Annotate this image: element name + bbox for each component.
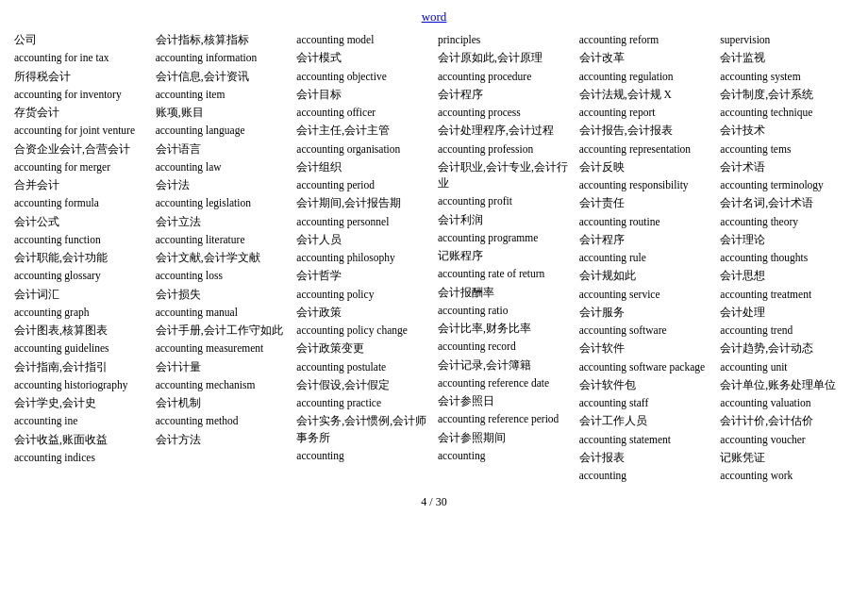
list-item: accounting function (14, 232, 148, 248)
list-item: 会计服务 (579, 305, 713, 321)
entry-text: 会计语言 (156, 143, 201, 155)
entry-text: accounting technique (720, 107, 812, 118)
entry-text: 会计组织 (296, 161, 342, 173)
list-item: accounting officer (296, 105, 430, 121)
list-item: 会计处理 (720, 305, 854, 321)
entry-text: 会计程序 (579, 234, 625, 245)
entry-text: accounting law (156, 161, 222, 173)
entry-text: 会计指标,核算指标 (156, 34, 249, 45)
entry-text: 所得税会计 (14, 71, 71, 82)
list-item: accounting objective (296, 69, 430, 85)
entry-text: 会计程序 (438, 89, 483, 100)
entry-text: 会计信息,会计资讯 (156, 71, 249, 82)
entry-text: accounting glossary (14, 270, 101, 281)
entry-text: accounting method (156, 415, 239, 426)
list-item: accounting formula (14, 195, 148, 211)
entry-text: accounting literature (156, 234, 245, 245)
entry-text: 会计报告,会计报表 (579, 124, 673, 136)
entry-text: 账项,账目 (156, 107, 204, 118)
page-number: 4 / 30 (421, 495, 446, 508)
entry-text: 会计手册,会计工作守如此 (156, 324, 283, 336)
list-item: 会计政策 (296, 305, 430, 321)
word-link[interactable]: word (422, 9, 447, 24)
entry-text: 会计模式 (296, 52, 342, 63)
entry-text: accounting loss (156, 270, 223, 281)
entry-text: accounting theory (720, 216, 798, 227)
entry-text: accounting item (156, 89, 225, 100)
list-item: 会计报告,会计报表 (579, 123, 713, 139)
list-item: 会计思想 (720, 268, 854, 284)
list-item: 会计利润 (438, 212, 572, 228)
list-item: accounting practice (296, 395, 430, 411)
page-footer: 4 / 30 (14, 495, 854, 509)
entry-text: accounting postulate (296, 361, 386, 373)
list-item: 会计计量 (156, 359, 290, 375)
column-4: principles会计原如此,会计原理accounting procedure… (438, 32, 572, 486)
list-item: 会计词汇 (14, 287, 148, 303)
list-item: accounting policy change (296, 323, 430, 339)
list-item: accounting statement (579, 432, 713, 448)
list-item: accounting (438, 448, 572, 464)
entry-text: 会计计价,会计估价 (720, 415, 813, 426)
entry-text: 会计文献,会计学文献 (156, 252, 260, 263)
entry-text: 会计哲学 (296, 270, 342, 281)
list-item: accounting work (720, 468, 854, 484)
entry-text: accounting language (156, 124, 245, 136)
entry-text: 存货会计 (14, 107, 59, 118)
entry-text: 会计责任 (579, 197, 625, 208)
list-item: 会计手册,会计工作守如此 (156, 323, 290, 339)
list-item: accounting manual (156, 305, 290, 321)
list-item: accounting service (579, 287, 713, 303)
list-item: 会计图表,核算图表 (14, 323, 148, 339)
list-item: 会计指标,核算指标 (156, 32, 290, 48)
entry-text: 会计法 (156, 179, 190, 191)
entry-text: 会计术语 (720, 161, 765, 173)
entry-text: accounting process (438, 107, 521, 118)
list-item: 会计主任,会计主管 (296, 123, 430, 139)
list-item: accounting programme (438, 230, 572, 246)
list-item: accounting regulation (579, 69, 713, 85)
list-item: 账项,账目 (156, 105, 290, 121)
entry-text: accounting voucher (720, 434, 805, 445)
entry-text: accounting reference date (438, 377, 549, 389)
list-item: 会计方法 (156, 432, 290, 448)
list-item: accounting organisation (296, 141, 430, 158)
list-item: accounting method (156, 413, 290, 429)
list-item: accounting (579, 468, 713, 484)
entry-text: accounting service (579, 289, 660, 300)
list-item: 会计反映 (579, 159, 713, 175)
entry-text: 记账凭证 (720, 452, 765, 463)
entry-text: 会计处理程序,会计过程 (438, 124, 554, 136)
entry-text: 会计服务 (579, 307, 625, 318)
list-item: 会计收益,账面收益 (14, 432, 148, 448)
entry-text: accounting measurement (156, 342, 264, 354)
list-item: 会计假设,会计假定 (296, 377, 430, 393)
list-item: 会计损失 (156, 287, 290, 303)
entry-text: accounting legislation (156, 197, 251, 208)
list-item: 会计目标 (296, 87, 430, 103)
entry-text: 会计处理 (720, 307, 765, 318)
list-item: accounting theory (720, 214, 854, 230)
entry-text: 会计公式 (14, 216, 59, 227)
list-item: 会计法规,会计规 X (579, 87, 713, 103)
list-item: accounting tems (720, 141, 854, 158)
entry-text: 会计损失 (156, 289, 201, 300)
entry-text: accounting procedure (438, 71, 531, 82)
list-item: 会计学史,会计史 (14, 395, 148, 411)
list-item: accounting responsibility (579, 177, 713, 193)
list-item: 会计政策变更 (296, 340, 430, 357)
entry-text: 会计主任,会计主管 (296, 124, 390, 136)
list-item: 会计计价,会计估价 (720, 413, 854, 429)
list-item: 会计报酬率 (438, 285, 572, 301)
list-item: accounting reference date (438, 375, 572, 391)
list-item: 会计人员 (296, 232, 430, 248)
list-item: accounting indices (14, 450, 148, 466)
list-item: 会计信息,会计资讯 (156, 69, 290, 85)
list-item: 会计改革 (579, 50, 713, 66)
entry-text: accounting formula (14, 197, 99, 208)
entry-text: 会计收益,账面收益 (14, 434, 108, 445)
entry-text: accounting tems (720, 143, 791, 155)
entry-text: 会计人员 (296, 234, 342, 245)
list-item: accounting treatment (720, 287, 854, 303)
entry-text: 会计参照日 (438, 395, 494, 407)
